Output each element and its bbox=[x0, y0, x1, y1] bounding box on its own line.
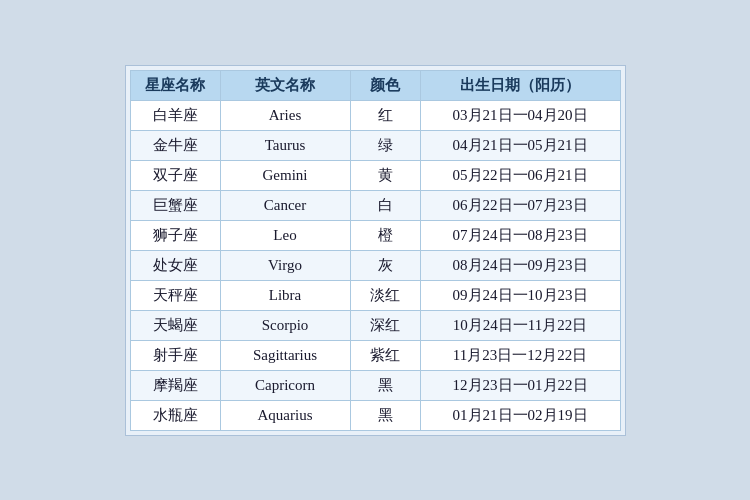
cell-english: Cancer bbox=[220, 190, 350, 220]
cell-chinese: 巨蟹座 bbox=[130, 190, 220, 220]
cell-english: Taurus bbox=[220, 130, 350, 160]
table-row: 处女座Virgo灰08月24日一09月23日 bbox=[130, 250, 620, 280]
cell-date: 10月24日一11月22日 bbox=[420, 310, 620, 340]
cell-date: 12月23日一01月22日 bbox=[420, 370, 620, 400]
cell-chinese: 处女座 bbox=[130, 250, 220, 280]
header-color: 颜色 bbox=[350, 70, 420, 100]
table-row: 天秤座Libra淡红09月24日一10月23日 bbox=[130, 280, 620, 310]
cell-chinese: 天秤座 bbox=[130, 280, 220, 310]
table-header-row: 星座名称 英文名称 颜色 出生日期（阳历） bbox=[130, 70, 620, 100]
zodiac-table-container: 星座名称 英文名称 颜色 出生日期（阳历） 白羊座Aries红03月21日一04… bbox=[125, 65, 626, 436]
cell-chinese: 摩羯座 bbox=[130, 370, 220, 400]
table-row: 天蝎座Scorpio深红10月24日一11月22日 bbox=[130, 310, 620, 340]
cell-color: 白 bbox=[350, 190, 420, 220]
cell-english: Leo bbox=[220, 220, 350, 250]
cell-date: 08月24日一09月23日 bbox=[420, 250, 620, 280]
cell-color: 黑 bbox=[350, 400, 420, 430]
cell-chinese: 双子座 bbox=[130, 160, 220, 190]
cell-date: 09月24日一10月23日 bbox=[420, 280, 620, 310]
cell-color: 灰 bbox=[350, 250, 420, 280]
table-row: 摩羯座Capricorn黑12月23日一01月22日 bbox=[130, 370, 620, 400]
header-chinese: 星座名称 bbox=[130, 70, 220, 100]
cell-chinese: 水瓶座 bbox=[130, 400, 220, 430]
table-row: 狮子座Leo橙07月24日一08月23日 bbox=[130, 220, 620, 250]
cell-date: 04月21日一05月21日 bbox=[420, 130, 620, 160]
cell-color: 橙 bbox=[350, 220, 420, 250]
table-row: 双子座Gemini黄05月22日一06月21日 bbox=[130, 160, 620, 190]
table-row: 射手座Sagittarius紫红11月23日一12月22日 bbox=[130, 340, 620, 370]
cell-date: 06月22日一07月23日 bbox=[420, 190, 620, 220]
cell-english: Libra bbox=[220, 280, 350, 310]
cell-english: Capricorn bbox=[220, 370, 350, 400]
cell-color: 黄 bbox=[350, 160, 420, 190]
cell-date: 03月21日一04月20日 bbox=[420, 100, 620, 130]
cell-chinese: 金牛座 bbox=[130, 130, 220, 160]
cell-chinese: 射手座 bbox=[130, 340, 220, 370]
cell-color: 红 bbox=[350, 100, 420, 130]
cell-date: 05月22日一06月21日 bbox=[420, 160, 620, 190]
cell-chinese: 天蝎座 bbox=[130, 310, 220, 340]
cell-english: Sagittarius bbox=[220, 340, 350, 370]
cell-english: Aquarius bbox=[220, 400, 350, 430]
cell-chinese: 白羊座 bbox=[130, 100, 220, 130]
cell-date: 01月21日一02月19日 bbox=[420, 400, 620, 430]
header-date: 出生日期（阳历） bbox=[420, 70, 620, 100]
cell-color: 绿 bbox=[350, 130, 420, 160]
cell-date: 11月23日一12月22日 bbox=[420, 340, 620, 370]
table-row: 金牛座Taurus绿04月21日一05月21日 bbox=[130, 130, 620, 160]
cell-color: 淡红 bbox=[350, 280, 420, 310]
cell-chinese: 狮子座 bbox=[130, 220, 220, 250]
table-row: 水瓶座Aquarius黑01月21日一02月19日 bbox=[130, 400, 620, 430]
table-row: 巨蟹座Cancer白06月22日一07月23日 bbox=[130, 190, 620, 220]
cell-date: 07月24日一08月23日 bbox=[420, 220, 620, 250]
cell-color: 紫红 bbox=[350, 340, 420, 370]
cell-english: Gemini bbox=[220, 160, 350, 190]
table-row: 白羊座Aries红03月21日一04月20日 bbox=[130, 100, 620, 130]
cell-english: Aries bbox=[220, 100, 350, 130]
cell-color: 黑 bbox=[350, 370, 420, 400]
cell-english: Virgo bbox=[220, 250, 350, 280]
cell-color: 深红 bbox=[350, 310, 420, 340]
cell-english: Scorpio bbox=[220, 310, 350, 340]
zodiac-table: 星座名称 英文名称 颜色 出生日期（阳历） 白羊座Aries红03月21日一04… bbox=[130, 70, 621, 431]
header-english: 英文名称 bbox=[220, 70, 350, 100]
